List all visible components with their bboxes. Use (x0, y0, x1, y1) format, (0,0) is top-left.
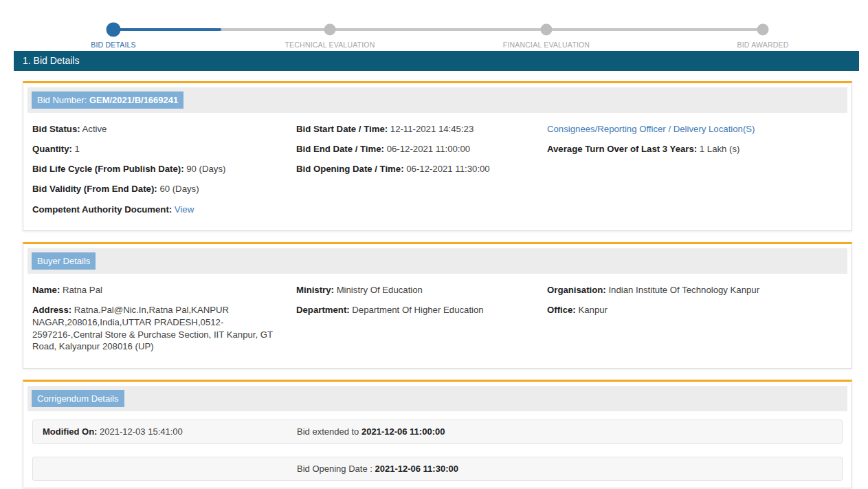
bid-number-value: GEM/2021/B/1669241 (89, 95, 178, 105)
modified-on-label: Modified On: (43, 426, 97, 437)
bid-fields-col3: Consignees/Reporting Officer / Delivery … (547, 123, 843, 163)
view-document-link[interactable]: View (175, 204, 194, 215)
bid-end-value: 06-12-2021 11:00:00 (387, 144, 470, 154)
field-department: Department: Department Of Higher Educati… (296, 304, 547, 316)
buyer-fields-col2: Ministry: Ministry Of Education Departme… (296, 284, 547, 324)
bid-validity-label: Bid Validity (From End Date): (32, 184, 157, 194)
field-turnover: Average Turn Over of Last 3 Years: 1 Lak… (547, 143, 843, 155)
corrigendum-opening-cell: Bid Opening Date : 2021-12-06 11:30:00 (297, 464, 842, 474)
organisation-label: Organisation: (547, 285, 606, 295)
consignees-link[interactable]: Consignees/Reporting Officer / Delivery … (547, 124, 755, 134)
bid-validity-value: 60 (Days) (159, 184, 199, 194)
step-label-bid-awarded: BID AWARDED (737, 41, 789, 49)
corrigendum-strip: Corrigendum Details (27, 386, 847, 411)
step-dot-financial-evaluation (541, 24, 553, 36)
ministry-value: Ministry Of Education (337, 285, 423, 295)
bid-progress-stepper: BID DETAILS TECHNICAL EVALUATION FINANCI… (0, 10, 868, 50)
corrigendum-empty-cell (43, 464, 297, 474)
bid-number-label: Bid Number: (37, 95, 87, 105)
turnover-value: 1 Lakh (s) (700, 144, 740, 154)
ministry-label: Ministry: (296, 285, 334, 295)
modified-on-value: 2021-12-03 15:41:00 (100, 426, 183, 437)
bid-extended-prefix: Bid extended to (297, 426, 359, 437)
bid-start-value: 12-11-2021 14:45:23 (390, 124, 474, 134)
field-bid-status: Bid Status: Active (32, 123, 296, 135)
bid-life-cycle-value: 90 (Days) (186, 164, 225, 174)
bid-start-label: Bid Start Date / Time: (296, 124, 388, 134)
bid-opening-prefix: Bid Opening Date : (297, 464, 372, 474)
buyer-fields-col3: Organisation: Indian Institute Of Techno… (547, 284, 843, 324)
field-ministry: Ministry: Ministry Of Education (296, 284, 547, 296)
stepper-track-progress (113, 28, 221, 31)
buyer-address-label: Address: (32, 305, 71, 315)
step-label-technical-evaluation: TECHNICAL EVALUATION (285, 41, 375, 49)
buyer-name-label: Name: (32, 285, 60, 295)
field-bid-end: Bid End Date / Time: 06-12-2021 11:00:00 (296, 143, 547, 155)
corrigendum-modified-cell: Modified On: 2021-12-03 15:41:00 (43, 426, 297, 437)
step-label-bid-details: BID DETAILS (91, 41, 136, 49)
step-dot-technical-evaluation (324, 24, 336, 36)
field-office: Office: Kanpur (547, 304, 843, 316)
bid-life-cycle-label: Bid Life Cycle (From Publish Date): (32, 164, 184, 174)
step-label-financial-evaluation: FINANCIAL EVALUATION (503, 41, 590, 49)
bid-status-value: Active (82, 124, 107, 134)
department-label: Department: (296, 305, 350, 315)
department-value: Department Of Higher Education (352, 305, 483, 315)
bid-status-label: Bid Status: (32, 124, 80, 134)
field-competent-authority-document: Competent Authority Document: View (32, 204, 296, 215)
bid-opening-label: Bid Opening Date / Time: (296, 164, 404, 174)
bid-fields-col2: Bid Start Date / Time: 12-11-2021 14:45:… (296, 123, 547, 183)
competent-authority-label: Competent Authority Document: (32, 204, 172, 215)
corrigendum-row-1: Modified On: 2021-12-03 15:41:00 Bid ext… (32, 420, 843, 444)
field-buyer-address: Address: Ratna.Pal@Nic.In,Ratna Pal,KANP… (32, 304, 281, 353)
bid-fields-col1: Bid Status: Active Quantity: 1 Bid Life … (32, 123, 296, 224)
turnover-label: Average Turn Over of Last 3 Years: (547, 144, 697, 154)
buyer-details-panel: Buyer Details Name: Ratna Pal Address: R… (23, 242, 852, 369)
corrigendum-row-2: Bid Opening Date : 2021-12-06 11:30:00 (32, 457, 843, 481)
field-bid-opening: Bid Opening Date / Time: 06-12-2021 11:3… (296, 163, 547, 175)
office-label: Office: (547, 305, 576, 315)
section-header-bid-details: 1. Bid Details (14, 51, 859, 71)
buyer-fields-grid: Name: Ratna Pal Address: Ratna.Pal@Nic.I… (23, 278, 852, 361)
quantity-value: 1 (75, 144, 80, 154)
field-bid-start: Bid Start Date / Time: 12-11-2021 14:45:… (296, 123, 547, 135)
bid-number-strip: Bid Number: GEM/2021/B/1669241 (27, 87, 847, 113)
bid-fields-grid: Bid Status: Active Quantity: 1 Bid Life … (23, 117, 852, 224)
bid-end-label: Bid End Date / Time: (296, 144, 384, 154)
bid-details-panel: Bid Number: GEM/2021/B/1669241 Bid Statu… (23, 81, 852, 231)
bid-opening-new-value: 2021-12-06 11:30:00 (375, 464, 458, 474)
buyer-details-strip: Buyer Details (27, 248, 847, 274)
corrigendum-details-panel: Corrigendum Details Modified On: 2021-12… (23, 380, 852, 488)
corrigendum-extended-cell: Bid extended to 2021-12-06 11:00:00 (297, 426, 842, 437)
organisation-value: Indian Institute Of Technology Kanpur (608, 285, 759, 295)
buyer-details-chip: Buyer Details (32, 252, 96, 270)
bid-number-chip: Bid Number: GEM/2021/B/1669241 (32, 91, 183, 109)
office-value: Kanpur (578, 305, 608, 315)
step-dot-bid-awarded (757, 24, 769, 36)
field-buyer-name: Name: Ratna Pal (32, 284, 296, 296)
corrigendum-chip: Corrigendum Details (32, 390, 124, 407)
field-bid-validity: Bid Validity (From End Date): 60 (Days) (32, 183, 296, 195)
buyer-name-value: Ratna Pal (63, 285, 102, 295)
bid-opening-value: 06-12-2021 11:30:00 (406, 164, 489, 174)
buyer-fields-col1: Name: Ratna Pal Address: Ratna.Pal@Nic.I… (32, 284, 296, 361)
step-dot-bid-details (107, 23, 121, 37)
field-consignees: Consignees/Reporting Officer / Delivery … (547, 123, 843, 135)
quantity-label: Quantity: (32, 144, 72, 154)
field-quantity: Quantity: 1 (32, 143, 296, 155)
field-bid-life-cycle: Bid Life Cycle (From Publish Date): 90 (… (32, 163, 296, 175)
bid-extended-value: 2021-12-06 11:00:00 (361, 426, 445, 437)
field-organisation: Organisation: Indian Institute Of Techno… (547, 284, 843, 296)
